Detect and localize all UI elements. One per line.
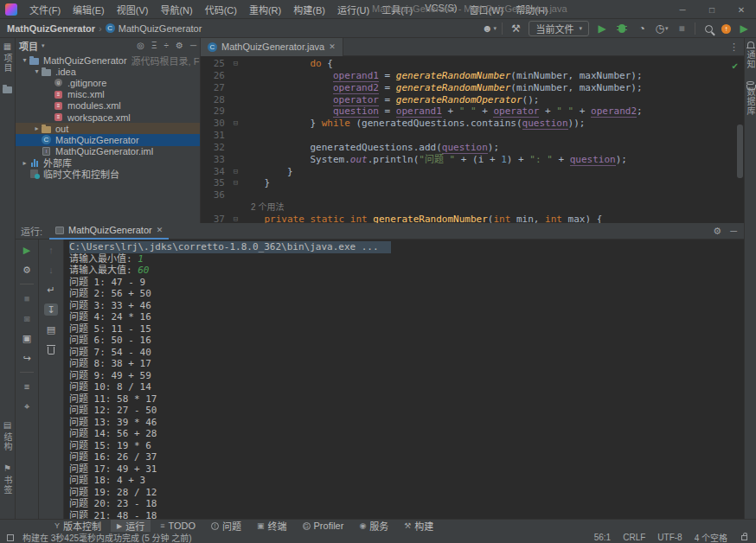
user-profile-icon[interactable]: ☻▾ xyxy=(482,22,496,35)
menu-item[interactable]: 编辑(E) xyxy=(67,1,110,18)
tree-item[interactable]: ▾MathQuizGenerator源代码根目录, F:\idea\idea_d… xyxy=(16,54,200,66)
toolwindow-button-问题[interactable]: !问题 xyxy=(205,520,247,533)
close-button[interactable]: ✕ xyxy=(727,0,756,19)
collapse-all-icon[interactable]: ÷ xyxy=(163,41,169,50)
toolwindow-button-服务[interactable]: ◉服务 xyxy=(353,520,394,533)
clear-icon[interactable] xyxy=(44,343,58,355)
console-line: 问题 16: 26 / 37 xyxy=(69,451,744,463)
build-hammer-icon[interactable]: ⚒ xyxy=(509,22,522,35)
minimize-button[interactable]: ─ xyxy=(668,0,697,19)
project-panel-title[interactable]: 项目 xyxy=(19,39,38,53)
tree-item[interactable]: 临时文件和控制台 xyxy=(16,169,200,180)
tree-item[interactable]: ▾.idea xyxy=(16,66,200,77)
next-icon[interactable]: ↓ xyxy=(44,264,58,276)
locate-file-icon[interactable]: ◎ xyxy=(137,41,144,50)
tree-item[interactable]: ≡misc.xml xyxy=(16,89,200,100)
breadcrumb-project[interactable]: MathQuizGenerator xyxy=(7,23,95,34)
lock-icon[interactable] xyxy=(741,535,747,540)
fold-marker-icon[interactable]: ⊟ xyxy=(230,177,241,189)
toolwindow-button-构建[interactable]: ⚒构建 xyxy=(398,520,439,533)
status-message[interactable]: 构建在 3秒425毫秒内成功完成 (5 分钟 之前) xyxy=(22,531,192,543)
console-output[interactable]: C:\Users\lrj\.jdks\corretto-1.8.0_362\bi… xyxy=(64,240,744,519)
menu-item[interactable]: 代码(C) xyxy=(200,1,242,18)
background-tasks-icon[interactable] xyxy=(7,534,14,541)
pin-icon[interactable]: ⌖ xyxy=(20,400,34,412)
stripe-button-项目[interactable]: ▦项目 xyxy=(1,42,14,73)
tree-item[interactable]: CMathQuizGenerator xyxy=(16,134,200,145)
fold-marker-icon[interactable]: ⊟ xyxy=(230,58,241,70)
caret-position[interactable]: 56:1 xyxy=(594,533,611,542)
chevron-icon[interactable]: ▾ xyxy=(21,56,29,64)
stripe-label: 结构 xyxy=(1,432,14,451)
expand-icon[interactable]: Ξ xyxy=(151,41,157,50)
toolwindow-button-终端[interactable]: ▣终端 xyxy=(251,520,293,533)
breadcrumb-file[interactable]: MathQuizGenerator xyxy=(119,23,202,34)
menu-item[interactable]: 重构(R) xyxy=(244,1,286,18)
menu-item[interactable]: 导航(N) xyxy=(155,1,197,18)
console-line: 问题 21: 48 - 18 xyxy=(69,510,744,520)
print-icon[interactable]: ▤ xyxy=(44,323,58,335)
console-text: 问题 2: 56 + 50 xyxy=(69,288,151,299)
menu-item[interactable]: 文件(F) xyxy=(24,1,66,18)
stripe-button-结构[interactable]: ▤结构 xyxy=(1,420,14,451)
ide-update-icon[interactable]: ↑ xyxy=(721,24,731,34)
prev-icon[interactable]: ↑ xyxy=(44,244,58,256)
close-icon[interactable]: ✕ xyxy=(157,226,163,234)
settings-gear-icon[interactable]: ⚙ xyxy=(713,226,721,237)
toolwindow-button-profiler[interactable]: GProfiler xyxy=(297,520,350,533)
usages-inlay-hint[interactable]: 2 个用法 xyxy=(241,202,284,212)
editor-tab[interactable]: C MathQuizGenerator.java ✕ xyxy=(201,38,343,56)
chevron-icon[interactable]: ▾ xyxy=(33,67,41,75)
tree-item-label: .gitignore xyxy=(67,78,106,88)
stripe-button-数据库[interactable]: 数据库 xyxy=(744,81,756,116)
fold-marker-icon[interactable]: ⊟ xyxy=(230,118,241,130)
coverage-button[interactable]: ◔ xyxy=(635,22,649,35)
tab-options-kebab-icon[interactable]: ⋮ xyxy=(729,42,739,53)
line-ending[interactable]: CRLF xyxy=(623,533,645,542)
search-everywhere-button[interactable] xyxy=(702,22,715,35)
force-stop-icon[interactable]: ◙ xyxy=(20,312,34,324)
encoding[interactable]: UTF-8 xyxy=(657,533,682,542)
detach-icon[interactable]: ↪ xyxy=(20,352,34,364)
chevron-icon[interactable]: ▸ xyxy=(33,125,41,132)
edit-config-icon[interactable]: ⚙ xyxy=(20,264,34,276)
menu-item[interactable]: 运行(U) xyxy=(332,1,375,18)
menu-item[interactable]: 构建(B) xyxy=(288,1,330,18)
gradle-icon[interactable]: ▶ xyxy=(737,22,751,35)
menu-item[interactable]: 视图(V) xyxy=(112,1,154,18)
run-configuration-select[interactable]: 当前文件 ▾ xyxy=(529,21,589,36)
tree-item[interactable]: ≡workspace.xml xyxy=(16,112,200,123)
thread-dump-icon[interactable]: ▣ xyxy=(20,332,34,344)
hide-panel-icon[interactable]: ─ xyxy=(190,41,196,50)
gear-icon[interactable]: ⚙ xyxy=(176,41,183,50)
editor-scrollbar[interactable] xyxy=(737,125,743,178)
hide-panel-icon[interactable]: ─ xyxy=(730,226,737,237)
token: = xyxy=(379,82,396,93)
tree-item[interactable]: g.gitignore xyxy=(16,77,200,88)
stripe-button-通知[interactable]: 通知 xyxy=(744,42,756,69)
code-editor[interactable]: 25⊟ do {26 operand1 = generateRandomNumb… xyxy=(201,56,744,226)
toolwindow-button-label: TODO xyxy=(168,521,195,531)
token: (); xyxy=(522,94,540,105)
run-button[interactable]: ▶ xyxy=(595,22,609,35)
indent-setting[interactable]: 4 个空格 xyxy=(695,531,727,543)
fold-marker-icon[interactable]: ⊟ xyxy=(230,166,241,178)
tree-item-label: MathQuizGenerator xyxy=(43,55,127,66)
scroll-to-end-icon[interactable]: ↧ xyxy=(44,303,58,316)
rerun-icon[interactable]: ▶ xyxy=(20,244,34,256)
tree-item[interactable]: ≡modules.xml xyxy=(16,100,200,112)
chevron-icon[interactable]: ▸ xyxy=(21,159,29,167)
profiler-button[interactable]: ◷▾ xyxy=(655,22,669,35)
debug-button[interactable] xyxy=(615,22,629,35)
soft-wrap-icon[interactable]: ↵ xyxy=(44,284,58,296)
stripe-button-folder[interactable] xyxy=(3,85,12,93)
tree-item-label: MathQuizGenerator.iml xyxy=(55,146,153,157)
run-tab[interactable]: MathQuizGenerator ✕ xyxy=(49,223,169,240)
layout-icon[interactable]: ≡ xyxy=(20,380,34,393)
tree-item[interactable]: ▸out xyxy=(16,123,200,134)
close-icon[interactable]: ✕ xyxy=(329,42,336,51)
stop-icon[interactable]: ■ xyxy=(20,292,34,304)
inspection-ok-icon[interactable]: ✔ xyxy=(732,61,739,71)
stripe-button-书签[interactable]: ⚑书签 xyxy=(1,463,14,495)
maximize-button[interactable]: □ xyxy=(697,0,727,19)
